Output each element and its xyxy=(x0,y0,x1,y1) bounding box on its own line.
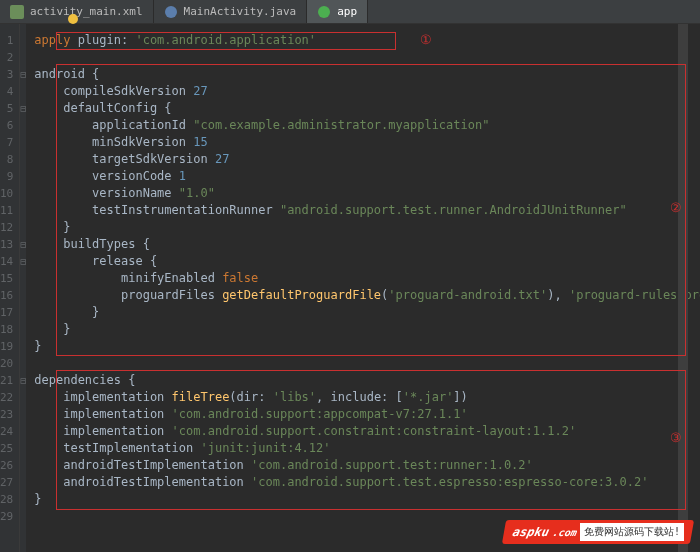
annotation-2: ② xyxy=(670,200,682,216)
line-number: 11 xyxy=(0,202,13,219)
line-number: 3 xyxy=(0,66,13,83)
watermark-brand: aspku xyxy=(511,525,550,539)
line-number: 28 xyxy=(0,491,13,508)
line-number: 17 xyxy=(0,304,13,321)
line-number: 1 xyxy=(0,32,13,49)
line-number: 27 xyxy=(0,474,13,491)
svg-rect-0 xyxy=(10,5,24,19)
line-number: 7 xyxy=(0,134,13,151)
line-number: 24 xyxy=(0,423,13,440)
xml-icon xyxy=(10,5,24,19)
line-number: 23 xyxy=(0,406,13,423)
line-number: 19 xyxy=(0,338,13,355)
line-number: 29 xyxy=(0,508,13,525)
tab-app-gradle[interactable]: app xyxy=(307,0,368,23)
line-number: 5 xyxy=(0,100,13,117)
line-number: 22 xyxy=(0,389,13,406)
intention-bulb-icon[interactable] xyxy=(68,14,78,24)
line-number: 12 xyxy=(0,219,13,236)
line-number: 8 xyxy=(0,151,13,168)
svg-point-2 xyxy=(318,6,330,18)
error-stripe xyxy=(678,24,688,552)
svg-point-1 xyxy=(165,6,177,18)
line-number: 16 xyxy=(0,287,13,304)
line-number-gutter: 1 2 3 4 5 6 7 8 9 10 11 12 13 14 15 16 1… xyxy=(0,24,20,552)
line-number: 14 xyxy=(0,253,13,270)
watermark-sub: 免费网站源码下载站! xyxy=(580,523,684,541)
tab-label: app xyxy=(337,5,357,18)
line-number: 6 xyxy=(0,117,13,134)
java-icon xyxy=(164,5,178,19)
line-number: 20 xyxy=(0,355,13,372)
line-number: 18 xyxy=(0,321,13,338)
code-area[interactable]: apply plugin: 'com.android.application' … xyxy=(26,24,700,552)
tab-label: MainActivity.java xyxy=(184,5,297,18)
tab-main-activity[interactable]: MainActivity.java xyxy=(154,0,308,23)
line-number: 21 xyxy=(0,372,13,389)
tab-label: activity_main.xml xyxy=(30,5,143,18)
editor-tabs: activity_main.xml MainActivity.java app xyxy=(0,0,700,24)
annotation-3: ③ xyxy=(670,430,682,446)
line-number: 9 xyxy=(0,168,13,185)
line-number: 4 xyxy=(0,83,13,100)
watermark: aspku.com 免费网站源码下载站! xyxy=(502,520,694,544)
line-number: 2 xyxy=(0,49,13,66)
line-number: 13 xyxy=(0,236,13,253)
line-number: 15 xyxy=(0,270,13,287)
annotation-1: ① xyxy=(420,32,432,48)
gradle-icon xyxy=(317,5,331,19)
line-number: 10 xyxy=(0,185,13,202)
code-editor: 1 2 3 4 5 6 7 8 9 10 11 12 13 14 15 16 1… xyxy=(0,24,700,552)
line-number: 26 xyxy=(0,457,13,474)
line-number: 25 xyxy=(0,440,13,457)
